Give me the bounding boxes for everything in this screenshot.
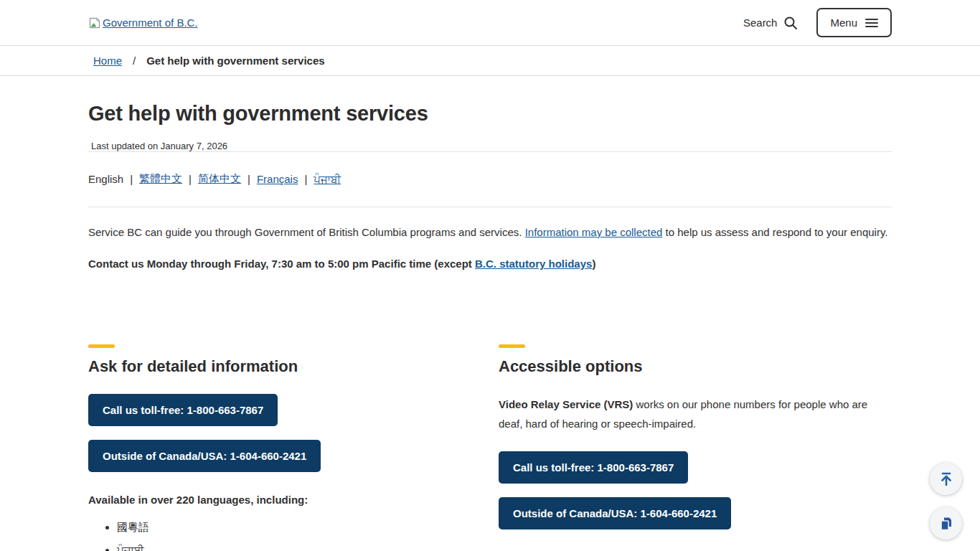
language-link-simplified-chinese[interactable]: 简体中文 <box>198 172 241 186</box>
intro-paragraph: Service BC can guide you through Governm… <box>88 224 892 240</box>
accessible-options-section: Accessible options Video Relay Service (… <box>499 344 892 551</box>
statutory-holidays-link[interactable]: B.C. statutory holidays <box>475 258 592 270</box>
contact-text-before: Contact us Monday through Friday, 7:30 a… <box>88 258 475 270</box>
site-header: Government of B.C. Search Menu <box>0 0 980 46</box>
hamburger-icon <box>865 18 878 28</box>
vrs-paragraph: Video Relay Service (VRS) works on our p… <box>499 395 892 433</box>
content-columns: Ask for detailed information Call us tol… <box>88 344 892 551</box>
accessible-outside-canada-button[interactable]: Outside of Canada/USA: 1-604-660-2421 <box>499 497 731 529</box>
tdd-paragraph: Telephone Device for the Deaf (TDD) <box>499 547 892 551</box>
information-collected-link[interactable]: Information may be collected <box>525 226 663 238</box>
header-inner: Government of B.C. Search Menu <box>88 8 892 37</box>
list-item-language: 國粵語 <box>117 521 481 534</box>
intro-text-before: Service BC can guide you through Governm… <box>88 226 525 238</box>
govbc-logo-link[interactable]: Government of B.C. <box>88 17 198 29</box>
page-title: Get help with government services <box>88 102 892 126</box>
breadcrumb: Home / Get help with government services <box>88 55 892 67</box>
breadcrumb-home-link[interactable]: Home <box>93 55 122 67</box>
divider <box>88 207 892 207</box>
language-current: English <box>88 173 123 185</box>
search-icon <box>783 16 798 30</box>
language-link-punjabi[interactable]: ਪੰਜਾਬੀ <box>314 173 341 186</box>
language-link-traditional-chinese[interactable]: 繁體中文 <box>139 172 182 186</box>
contact-text-after: ) <box>592 258 595 270</box>
intro-text-after: to help us assess and respond to your en… <box>662 226 887 238</box>
breadcrumb-separator: / <box>133 55 136 67</box>
copy-page-button[interactable] <box>930 507 962 540</box>
languages-note: Available in over 220 languages, includi… <box>88 494 481 506</box>
menu-label: Menu <box>830 17 857 29</box>
language-link-french[interactable]: Français <box>257 173 298 185</box>
accessible-call-toll-free-button[interactable]: Call us toll-free: 1-800-663-7867 <box>499 451 688 484</box>
gold-accent-bar <box>499 344 525 348</box>
outside-canada-button[interactable]: Outside of Canada/USA: 1-604-660-2421 <box>88 440 321 472</box>
language-separator: | <box>304 173 307 185</box>
arrow-up-to-line-icon <box>938 471 954 487</box>
menu-button[interactable]: Menu <box>816 8 892 37</box>
language-separator: | <box>189 173 192 185</box>
search-label: Search <box>743 17 778 29</box>
breadcrumb-bar: Home / Get help with government services <box>0 46 980 76</box>
logo-alt-text: Government of B.C. <box>103 17 198 29</box>
gold-accent-bar <box>88 344 115 348</box>
detailed-information-heading: Ask for detailed information <box>88 357 481 376</box>
call-toll-free-button[interactable]: Call us toll-free: 1-800-663-7867 <box>88 394 278 426</box>
language-separator: | <box>130 173 133 185</box>
last-updated: Last updated on January 7, 2026 <box>88 141 892 151</box>
list-item-language: ਪੰਜਾਬੀ <box>117 544 481 551</box>
language-list: 國粵語 ਪੰਜਾਬੀ <box>88 521 481 551</box>
search-button[interactable]: Search <box>743 16 798 30</box>
contact-hours: Contact us Monday through Friday, 7:30 a… <box>88 255 892 272</box>
copy-icon <box>938 516 954 532</box>
broken-image-icon <box>88 17 101 29</box>
language-separator: | <box>248 173 250 185</box>
accessible-options-heading: Accessible options <box>499 357 892 376</box>
header-right: Search Menu <box>743 8 892 37</box>
main-content: Get help with government services Last u… <box>88 76 892 551</box>
language-switcher: English | 繁體中文 | 简体中文 | Français | ਪੰਜਾਬ… <box>88 152 892 207</box>
breadcrumb-current: Get help with government services <box>146 55 324 67</box>
detailed-information-section: Ask for detailed information Call us tol… <box>88 344 481 551</box>
back-to-top-button[interactable] <box>930 463 962 495</box>
vrs-bold-text: Video Relay Service (VRS) <box>499 398 633 410</box>
